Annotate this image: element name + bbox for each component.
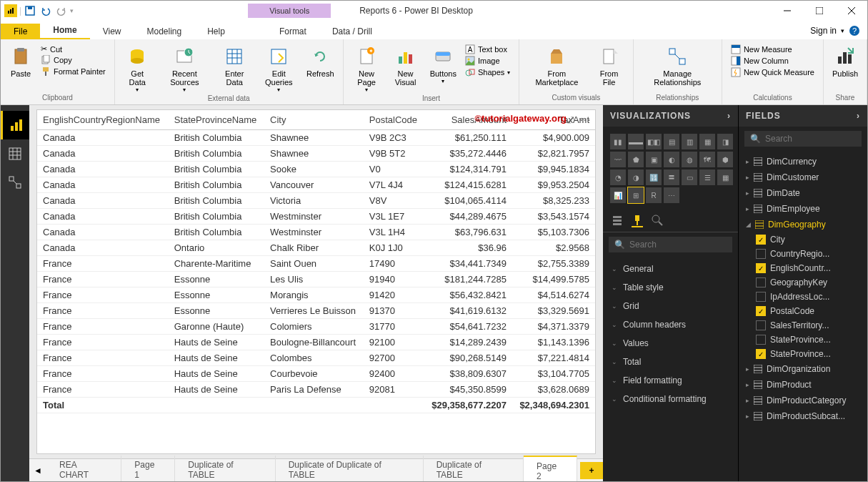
viz-type-icon[interactable]: 〓: [664, 169, 679, 185]
table-row[interactable]: FranceGaronne (Haute)Colomiers31770$54,6…: [37, 319, 595, 335]
table-row[interactable]: CanadaBritish ColumbiaVictoriaV8V$104,06…: [37, 193, 595, 209]
format-tab[interactable]: Format: [266, 24, 319, 39]
viz-search[interactable]: 🔍: [609, 237, 732, 252]
minimize-button[interactable]: [771, 1, 803, 21]
field-table[interactable]: ▸DimCurrency: [739, 154, 867, 169]
viz-type-icon[interactable]: ▦: [717, 169, 733, 185]
viz-type-icon[interactable]: 🗺: [699, 152, 715, 167]
new-page-button[interactable]: ✦New Page▾: [349, 44, 384, 94]
viz-type-icon[interactable]: ⊞: [628, 187, 644, 203]
viz-type-icon[interactable]: ▣: [646, 152, 662, 167]
scroll-left-icon[interactable]: ◄: [29, 466, 46, 476]
field-checkbox[interactable]: ✓: [756, 349, 766, 359]
close-button[interactable]: [835, 1, 867, 21]
field-table[interactable]: ▸DimDate: [739, 185, 867, 201]
new-visual-button[interactable]: New Visual: [386, 44, 424, 88]
field-table[interactable]: ◢DimGeography: [739, 217, 867, 232]
viz-type-icon[interactable]: ◍: [682, 152, 697, 167]
field-checkbox[interactable]: ✓: [756, 306, 766, 316]
viz-type-icon[interactable]: ▬▬: [628, 134, 644, 149]
page-tab[interactable]: REA CHART: [46, 456, 121, 482]
table-row[interactable]: FranceEssonneVerrieres Le Buisson91370$4…: [37, 303, 595, 319]
format-section[interactable]: ⌄Table style: [603, 278, 738, 297]
column-header[interactable]: EnglishCountryRegionName: [37, 110, 169, 130]
table-row[interactable]: CanadaBritish ColumbiaShawneeV9B 2C3$61,…: [37, 130, 595, 146]
table-visual[interactable]: ©tutorialgateway.org ⤢ ⋯ EnglishCountryR…: [36, 109, 596, 454]
table-row[interactable]: FranceEssonneMorangis91420$56,432.8421$4…: [37, 287, 595, 303]
cut-button[interactable]: ✂Cut: [38, 44, 109, 54]
table-row[interactable]: CanadaOntarioChalk RiberK0J 1J0$36.96$2.…: [37, 240, 595, 256]
page-tab[interactable]: Duplicate of TABLE: [424, 456, 524, 482]
field-checkbox[interactable]: [756, 277, 766, 287]
table-row[interactable]: CanadaBritish ColumbiaWestminsterV3L 1H4…: [37, 225, 595, 240]
viz-type-icon[interactable]: ◧◧: [646, 134, 662, 149]
field-item[interactable]: ✓PostalCode: [739, 304, 867, 318]
maximize-button[interactable]: [803, 1, 835, 21]
table-row[interactable]: FranceHauts de SeineCourbevoie92400$38,8…: [37, 366, 595, 382]
image-button[interactable]: Image: [462, 55, 513, 67]
refresh-button[interactable]: Refresh: [304, 44, 337, 79]
viz-type-icon[interactable]: ▮▮: [610, 134, 626, 149]
analytics-tab-icon[interactable]: [652, 215, 663, 227]
viz-type-icon[interactable]: ◨: [717, 134, 733, 149]
help-icon[interactable]: ?: [849, 25, 860, 36]
viz-type-icon[interactable]: ◔: [610, 169, 626, 185]
column-header[interactable]: City: [264, 110, 364, 130]
viz-type-icon[interactable]: ▦: [699, 134, 715, 149]
column-header[interactable]: PostalCode: [364, 110, 424, 130]
buttons-button[interactable]: Buttons▾: [427, 44, 459, 86]
file-tab[interactable]: File: [1, 24, 40, 39]
from-file-button[interactable]: From File: [592, 44, 627, 88]
fields-search[interactable]: 🔍: [744, 131, 862, 147]
field-item[interactable]: CountryRegio...: [739, 247, 867, 261]
field-item[interactable]: SalesTerritory...: [739, 318, 867, 333]
report-view-icon[interactable]: [1, 111, 29, 139]
field-checkbox[interactable]: [756, 320, 766, 330]
signin-link[interactable]: Sign in▾ ?: [803, 22, 867, 39]
table-row[interactable]: FranceCharente-MaritimeSaint Ouen17490$3…: [37, 256, 595, 272]
page-tab[interactable]: Duplicate of Duplicate of TABLE: [276, 456, 424, 482]
viz-type-icon[interactable]: ▭: [682, 169, 697, 185]
format-tab-icon[interactable]: [632, 215, 643, 227]
new-quick-measure-button[interactable]: New Quick Measure: [728, 67, 817, 78]
table-row[interactable]: CanadaBritish ColumbiaVancouverV7L 4J4$1…: [37, 177, 595, 193]
add-page-button[interactable]: +: [580, 462, 603, 479]
field-checkbox[interactable]: ✓: [756, 263, 766, 273]
more-options-icon[interactable]: ⋯: [579, 113, 591, 127]
table-row[interactable]: FranceHauts de SeineColombes92700$90,268…: [37, 350, 595, 366]
field-item[interactable]: IpAddressLoc...: [739, 290, 867, 304]
save-icon[interactable]: [23, 4, 37, 18]
field-table[interactable]: ▸DimOrganization: [739, 361, 867, 377]
visualizations-header[interactable]: VISUALIZATIONS›: [603, 105, 738, 127]
viz-type-icon[interactable]: ⬢: [717, 152, 733, 167]
get-data-button[interactable]: Get Data▾: [121, 44, 154, 94]
format-section[interactable]: ⌄Values: [603, 334, 738, 353]
viz-type-icon[interactable]: 📊: [610, 187, 626, 203]
field-item[interactable]: ✓City: [739, 232, 867, 247]
table-row[interactable]: CanadaBritish ColumbiaSookeV0$124,314.79…: [37, 162, 595, 177]
viz-type-icon[interactable]: ⬟: [628, 152, 644, 167]
table-row[interactable]: FranceHauts de SeineBoulogne-Billancourt…: [37, 335, 595, 350]
field-item[interactable]: ✓EnglishCountr...: [739, 261, 867, 275]
viz-type-icon[interactable]: 〰: [610, 152, 626, 167]
format-section[interactable]: ⌄General: [603, 260, 738, 278]
viz-type-icon[interactable]: R: [646, 187, 662, 203]
page-tab[interactable]: Page 1: [121, 456, 175, 482]
undo-icon[interactable]: [39, 4, 53, 18]
field-table[interactable]: ▸DimEmployee: [739, 201, 867, 217]
fields-header[interactable]: FIELDS›: [739, 105, 867, 127]
redo-icon[interactable]: [54, 4, 69, 18]
paste-button[interactable]: Paste: [6, 44, 35, 79]
field-item[interactable]: ✓StateProvince...: [739, 347, 867, 361]
field-table[interactable]: ▸DimCustomer: [739, 169, 867, 185]
new-measure-button[interactable]: New Measure: [728, 44, 817, 55]
manage-relationships-button[interactable]: Manage Relationships: [639, 44, 716, 88]
publish-button[interactable]: Publish: [829, 44, 861, 79]
page-tab[interactable]: Page 2: [524, 456, 577, 482]
viz-type-icon[interactable]: ◐: [664, 152, 679, 167]
format-section[interactable]: ⌄Field formatting: [603, 371, 738, 390]
format-section[interactable]: ⌄Total: [603, 353, 738, 371]
from-marketplace-button[interactable]: From Marketplace: [525, 44, 588, 88]
viz-type-icon[interactable]: ▥: [682, 134, 697, 149]
field-checkbox[interactable]: [756, 249, 766, 259]
